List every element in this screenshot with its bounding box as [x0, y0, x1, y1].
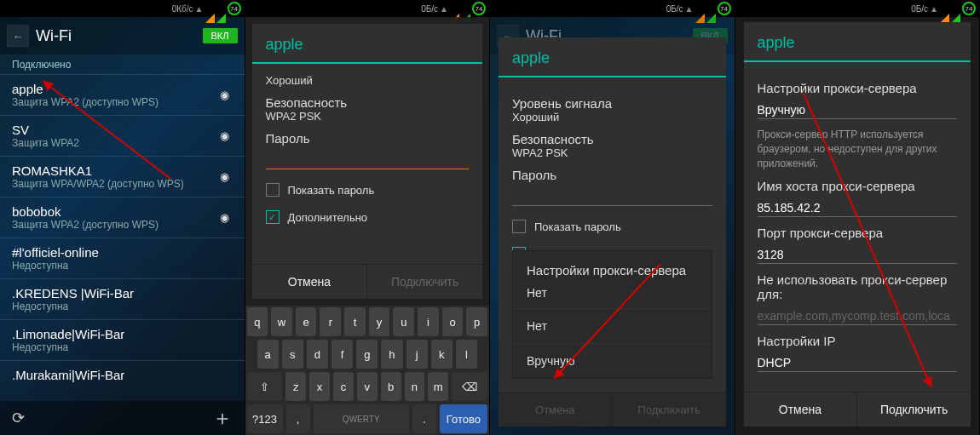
key-m[interactable]: m	[428, 372, 448, 401]
key-r[interactable]: r	[320, 307, 341, 336]
proxy-option-none[interactable]: Нет	[513, 308, 712, 343]
checkbox-icon: ✓	[266, 210, 280, 224]
advanced-row[interactable]: ✓Дополнительно	[266, 210, 470, 224]
wifi-sub: Недоступна	[12, 260, 233, 272]
signal-2-icon	[706, 4, 716, 14]
checkbox-icon	[266, 183, 280, 197]
status-line: Подключено	[0, 55, 245, 74]
pane-wifi-back: 0Б/с ▲ 74 ← Wi-Fi ВКЛ apple Уровень сигн…	[490, 0, 735, 435]
wifi-name: bobobok	[12, 204, 217, 219]
key-comma[interactable]: ,	[286, 404, 310, 433]
proxy-option-manual[interactable]: Вручную	[513, 343, 712, 378]
key-space[interactable]: QWERTY	[314, 404, 409, 433]
show-password-row[interactable]: Показать пароль	[266, 183, 470, 197]
show-password-label: Показать пароль	[534, 220, 621, 233]
show-password-row[interactable]: Показать пароль	[512, 220, 712, 233]
key-x[interactable]: x	[309, 372, 330, 401]
statusbar: 0Кб/с ▲ 74	[0, 0, 245, 17]
key-h[interactable]: h	[381, 340, 402, 369]
back-icon[interactable]: ←	[7, 25, 29, 47]
key-symbols[interactable]: ?123	[247, 404, 283, 433]
key-dot[interactable]: .	[412, 404, 436, 433]
key-i[interactable]: i	[418, 307, 439, 336]
wifi-item-officiel[interactable]: #l'officiel-onlineНедоступна	[0, 238, 245, 278]
key-p[interactable]: p	[466, 307, 487, 336]
wifi-item-romashka1[interactable]: ROMASHKA1Защита WPA/WPA2 (доступно WPS) …	[0, 156, 245, 197]
wifi-item-kredens[interactable]: .KREDENS |WiFi-BarНедоступна	[0, 278, 245, 319]
password-input[interactable]	[512, 186, 712, 206]
security-value: WPA2 PSK	[266, 110, 470, 123]
cancel-button[interactable]: Отмена	[744, 392, 857, 426]
wifi-name: ROMASHKA1	[12, 163, 217, 178]
signal-2-icon	[951, 4, 960, 14]
ip-label: Настройки IP	[758, 334, 958, 348]
key-z[interactable]: z	[285, 372, 306, 401]
wifi-item-apple[interactable]: appleЗащита WPA2 (доступно WPS) ◉	[0, 74, 245, 115]
signal-1-icon	[450, 4, 459, 14]
key-w[interactable]: w	[271, 307, 292, 336]
key-v[interactable]: v	[357, 372, 378, 401]
refresh-icon[interactable]: ⟳	[12, 409, 25, 427]
key-c[interactable]: c	[333, 372, 354, 401]
wifi-item-bobobok[interactable]: bobobokЗащита WPA2 (доступно WPS) ◉	[0, 197, 245, 238]
key-f[interactable]: f	[331, 340, 353, 369]
key-e[interactable]: e	[296, 307, 317, 336]
wifi-list: appleЗащита WPA2 (доступно WPS) ◉ SVЗащи…	[0, 74, 245, 389]
proxy-select[interactable]: Вручную	[758, 99, 958, 119]
signal-1-icon	[205, 4, 215, 14]
wifi-signal-icon: ◉	[217, 89, 233, 101]
proxy-host-input[interactable]: 85.185.42.2	[758, 197, 958, 217]
advanced-label: Дополнительно	[288, 211, 368, 224]
key-q[interactable]: q	[247, 307, 268, 336]
password-label: Пароль	[266, 131, 470, 146]
wifi-sub: Недоступна	[12, 300, 233, 312]
key-d[interactable]: d	[307, 340, 328, 369]
key-y[interactable]: y	[369, 307, 390, 336]
net-speed: 0Б/с	[421, 4, 438, 14]
key-l[interactable]: l	[456, 340, 477, 369]
key-b[interactable]: b	[381, 372, 401, 401]
proxy-current[interactable]: Нет	[513, 283, 712, 308]
wifi-item-sv[interactable]: SVЗащита WPA2 ◉	[0, 115, 245, 156]
battery-badge: 74	[472, 2, 486, 15]
key-a[interactable]: a	[257, 340, 279, 369]
pane-proxy-details: 0Б/с ▲ 74 apple Настройки прокси-сервера…	[735, 0, 981, 435]
signal-1-icon	[695, 4, 705, 14]
wifi-icon: ▲	[440, 4, 448, 14]
wifi-item-limonade[interactable]: .Limonade|WiFi-BarНедоступна	[0, 319, 245, 360]
key-g[interactable]: g	[356, 340, 378, 369]
wifi-icon: ▲	[195, 4, 204, 14]
add-network-icon[interactable]: ＋	[212, 404, 233, 432]
signal-label: Уровень сигнала	[512, 96, 712, 111]
key-u[interactable]: u	[393, 307, 414, 336]
connect-button[interactable]: Подключить	[366, 265, 482, 299]
key-shift[interactable]: ⇧	[247, 372, 283, 401]
wifi-name: .Murakami|WiFi-Bar	[12, 368, 233, 382]
signal-1-icon	[940, 4, 949, 14]
key-done[interactable]: Готово	[440, 404, 487, 433]
key-k[interactable]: k	[431, 340, 453, 369]
wifi-signal-icon: ◉	[217, 211, 233, 224]
wifi-toggle[interactable]: ВКЛ	[203, 28, 238, 43]
cancel-button[interactable]: Отмена	[252, 265, 367, 299]
key-t[interactable]: t	[344, 307, 366, 336]
bypass-input[interactable]: example.com,mycomp.test.com,loca	[758, 305, 958, 325]
key-n[interactable]: n	[405, 372, 425, 401]
proxy-port-input[interactable]: 3128	[758, 243, 958, 264]
show-password-label: Показать пароль	[288, 184, 375, 197]
wifi-name: #l'officiel-online	[12, 245, 233, 260]
dialog-title: apple	[266, 36, 470, 54]
ip-select[interactable]: DHCP	[758, 352, 958, 372]
connect-button-dim: Подключить	[612, 393, 726, 426]
wifi-sub: Защита WPA2	[12, 137, 217, 149]
net-speed: 0Кб/с	[172, 4, 193, 14]
key-j[interactable]: j	[406, 340, 428, 369]
password-input[interactable]	[266, 149, 470, 169]
key-s[interactable]: s	[282, 340, 303, 369]
key-backspace[interactable]: ⌫	[452, 372, 487, 401]
connect-button[interactable]: Подключить	[856, 392, 971, 426]
security-label: Безопасность	[266, 95, 470, 110]
key-o[interactable]: o	[442, 307, 464, 336]
wifi-item-murakami[interactable]: .Murakami|WiFi-Bar	[0, 360, 245, 389]
proxy-select-value: Вручную	[758, 103, 806, 117]
